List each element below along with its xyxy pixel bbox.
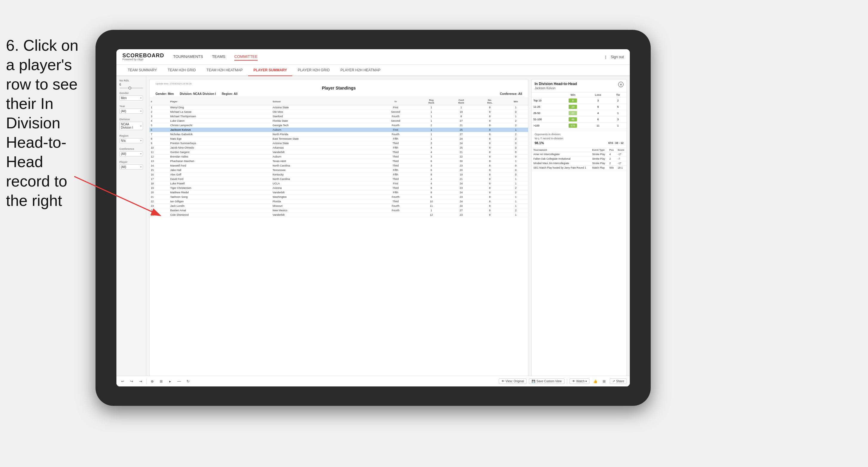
table-row[interactable]: 13 Phacharan Maichon Texas A&M Third 6 3… bbox=[150, 159, 528, 163]
year-dropdown[interactable]: (All) bbox=[119, 108, 143, 114]
logo-title: SCOREBOARD bbox=[122, 53, 164, 58]
table-row[interactable]: 17 David Ford North Carolina Third 4 21 … bbox=[150, 177, 528, 181]
division-dropdown[interactable]: NCAA Division I bbox=[119, 122, 143, 130]
table-row[interactable]: 6 Jackson Koivun Auburn First 1 25 8 1 bbox=[150, 128, 528, 132]
h2h-col-range bbox=[532, 93, 559, 98]
nav-tournaments[interactable]: TOURNAMENTS bbox=[173, 53, 203, 61]
nav-bar: SCOREBOARD Powered by clippi TOURNAMENTS… bbox=[116, 49, 630, 65]
nav-links: TOURNAMENTS TEAMS COMMITTEE bbox=[173, 53, 605, 61]
more-button[interactable]: ▸ bbox=[167, 378, 174, 385]
player-standings-area: Update time: 27/03/2024 16:56:26 Player … bbox=[149, 79, 528, 383]
tournament-row: Mirabel Maui Jim Intercollegiate Stroke … bbox=[532, 161, 626, 166]
refresh-button[interactable]: ↻ bbox=[185, 378, 191, 385]
division-label: Division bbox=[119, 118, 143, 121]
tab-player-summary[interactable]: PLAYER SUMMARY bbox=[248, 65, 292, 76]
nav-right: | Sign out bbox=[605, 55, 624, 59]
division-section: Division NCAA Division I bbox=[119, 118, 143, 130]
table-row[interactable]: 22 Ian Gilligan Florida Third 10 24 8 1 bbox=[150, 199, 528, 204]
grid-button[interactable]: ⊞ bbox=[601, 378, 608, 385]
forward-button[interactable]: ⇥ bbox=[137, 378, 144, 385]
table-row[interactable]: 14 Maxwell Ford North Carolina Third 3 2… bbox=[150, 163, 528, 168]
watch-button[interactable]: 👁 Watch ▾ bbox=[569, 378, 590, 384]
table-row[interactable]: 5 Christo Lamprecht Georgia Tech Fourth … bbox=[150, 123, 528, 128]
gender-dropdown[interactable]: Men bbox=[119, 95, 143, 100]
h2h-row: 51-100 46 6 3 bbox=[532, 116, 626, 123]
h2h-col-win: Win bbox=[559, 93, 587, 98]
update-time: Update time: 27/03/2024 16:56:26 bbox=[153, 81, 525, 85]
table-row[interactable]: 11 Gordon Sargent Vanderbilt Third 4 21 … bbox=[150, 150, 528, 155]
tab-player-h2h-grid[interactable]: PLAYER H2H GRID bbox=[292, 65, 335, 76]
table-row[interactable]: 16 Alex Goff Kentucky Fifth 8 19 8 0 bbox=[150, 173, 528, 177]
table-row[interactable]: 25 Cole Sherwood Vanderbilt 12 23 8 1 bbox=[150, 213, 528, 217]
h2h-col-tie: Tie bbox=[610, 93, 626, 98]
standings-table: # Player School Yr RegRank ConfRank No.R… bbox=[150, 98, 528, 217]
table-row[interactable]: 4 Luke Claton Florida State Second 1 27 … bbox=[150, 119, 528, 123]
region-section: Region N/a bbox=[119, 134, 143, 143]
logo-subtitle: Powered by clippi bbox=[122, 58, 164, 61]
save-icon: 💾 bbox=[532, 380, 535, 383]
table-row[interactable]: 24 Bastien Amat New Mexico Fourth 1 27 8… bbox=[150, 208, 528, 213]
bottom-toolbar: ↩ ↪ ⇥ ⊕ ⊞ ▸ — ↻ 👁 View: Original 💾 Save … bbox=[116, 376, 630, 386]
table-row[interactable]: 10 Jacob Nino-Olmedo Arkansas Fifth 4 25… bbox=[150, 146, 528, 150]
year-label: Year bbox=[119, 105, 143, 108]
standings-filters: Gender: Men Division: NCAA Division I Re… bbox=[153, 91, 525, 97]
no-rds-section: No Rds. 6 bbox=[119, 79, 143, 89]
h2h-header: In Division Head-to-Head Jackson Koivun … bbox=[532, 80, 626, 93]
view-original-button[interactable]: 👁 View: Original bbox=[499, 378, 527, 384]
table-row[interactable]: 19 Tiger Christensen Arizona Third 8 23 … bbox=[150, 186, 528, 190]
table-row[interactable]: 7 Nicholas Gabrelcik North Florida Fourt… bbox=[150, 132, 528, 137]
share-button[interactable]: ↗ Share bbox=[610, 378, 627, 384]
separator-btn[interactable]: — bbox=[176, 378, 182, 385]
conference-label: Conference bbox=[119, 147, 143, 150]
standings-title: Player Standings bbox=[153, 86, 525, 90]
region-dropdown[interactable]: N/a bbox=[119, 138, 143, 143]
tab-team-h2h-grid[interactable]: TEAM H2H GRID bbox=[162, 65, 201, 76]
player-section: Player (All) bbox=[119, 160, 143, 169]
table-row[interactable]: 18 Luke Powell UCLA First 4 24 8 1 bbox=[150, 181, 528, 186]
table-row[interactable]: 2 Michael La Sasse Ole Miss Second 1 19 … bbox=[150, 110, 528, 114]
table-row[interactable]: 8 Mats Ege East Tennessee State Fifth 1 … bbox=[150, 137, 528, 141]
eye-icon: 👁 bbox=[572, 380, 575, 383]
gender-label: Gender bbox=[119, 92, 143, 95]
no-rds-label: No Rds. bbox=[119, 79, 143, 82]
conference-section: Conference (All) bbox=[119, 147, 143, 156]
table-row[interactable]: 3 Michael Thorbjornsen Stanford Fourth 1… bbox=[150, 114, 528, 119]
table-row[interactable]: 15 Jake Hall Tennessee Fifth 6 20 8 0 bbox=[150, 168, 528, 173]
tab-player-h2h-heatmap[interactable]: PLAYER H2H HEATMAP bbox=[335, 65, 386, 76]
gender-section: Gender Men bbox=[119, 92, 143, 100]
h2h-col-loss: Loss bbox=[587, 93, 610, 98]
paste-button[interactable]: ⊞ bbox=[158, 378, 164, 385]
sign-out-link[interactable]: Sign out bbox=[611, 55, 624, 59]
thumbs-up-button[interactable]: 👍 bbox=[592, 378, 598, 385]
tablet: SCOREBOARD Powered by clippi TOURNAMENTS… bbox=[95, 30, 651, 406]
sub-nav: TEAM SUMMARY TEAM H2H GRID TEAM H2H HEAT… bbox=[116, 65, 630, 76]
h2h-opponents-section: Opponents in division: W-L-T record in-d… bbox=[532, 131, 626, 148]
nav-pipe: | bbox=[605, 55, 606, 59]
copy-button[interactable]: ⊕ bbox=[149, 378, 156, 385]
slider-thumb[interactable] bbox=[128, 87, 131, 90]
undo-button[interactable]: ↩ bbox=[119, 378, 126, 385]
conference-dropdown[interactable]: (All) bbox=[119, 151, 143, 156]
logo: SCOREBOARD Powered by clippi bbox=[122, 53, 164, 61]
tournament-table: Tournament Event Type Pos Score Amer Ari… bbox=[532, 148, 626, 170]
tournament-row: Amer Ari Intercollegiate Stroke Play 4 -… bbox=[532, 152, 626, 157]
tab-team-summary[interactable]: TEAM SUMMARY bbox=[122, 65, 162, 76]
table-row[interactable]: 21 Taehoon Song Washington Fourth 6 23 8… bbox=[150, 195, 528, 199]
table-row[interactable]: 9 Preston Summerhays Arizona State Third… bbox=[150, 141, 528, 146]
tournament-row: SEC Match Play hosted by Jerry Pate Roun… bbox=[532, 166, 626, 170]
table-row[interactable]: 12 Brendan Valles Auburn Third 3 22 8 0 bbox=[150, 155, 528, 159]
view-icon: 👁 bbox=[501, 380, 504, 383]
h2h-close-button[interactable]: ✕ bbox=[618, 82, 624, 87]
h2h-panel: In Division Head-to-Head Jackson Koivun … bbox=[531, 79, 627, 383]
nav-teams[interactable]: TEAMS bbox=[212, 53, 225, 61]
save-custom-button[interactable]: 💾 Save Custom View bbox=[529, 378, 564, 384]
no-rds-slider[interactable] bbox=[119, 87, 143, 89]
table-row[interactable]: 1 Wenyi Ding Arizona State First 1 1 8 1 bbox=[150, 105, 528, 110]
table-row[interactable]: 20 Matthew Riedel Vanderbilt Fifth 8 24 … bbox=[150, 190, 528, 195]
tab-team-h2h-heatmap[interactable]: TEAM H2H HEATMAP bbox=[201, 65, 248, 76]
redo-button[interactable]: ↪ bbox=[128, 378, 135, 385]
h2h-breakdown-table: Win Loss Tie Top 10 8 3 2 11-25 20 9 5 2… bbox=[532, 93, 626, 129]
table-row[interactable]: 23 Jack Lundin Missouri Fourth 11 24 8 1 bbox=[150, 204, 528, 208]
player-dropdown[interactable]: (All) bbox=[119, 164, 143, 169]
nav-committee[interactable]: COMMITTEE bbox=[234, 53, 257, 61]
